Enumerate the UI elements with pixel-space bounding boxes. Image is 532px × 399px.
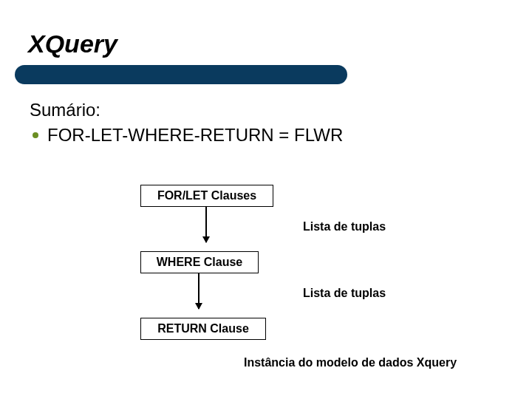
bullet-icon (33, 132, 38, 138)
slide-title: XQuery (28, 30, 117, 58)
bullet-row: FOR-LET-WHERE-RETURN = FLWR (33, 125, 343, 146)
content-block: Sumário: FOR-LET-WHERE-RETURN = FLWR (30, 100, 343, 146)
box-forlet: FOR/LET Clauses (140, 185, 273, 207)
bullet-text: FOR-LET-WHERE-RETURN = FLWR (47, 125, 343, 146)
arrow-down-icon (198, 273, 200, 309)
box-where: WHERE Clause (140, 251, 259, 273)
annotation-tuples-2: Lista de tuplas (303, 287, 386, 300)
annotation-tuples-1: Lista de tuplas (303, 220, 386, 233)
box-return: RETURN Clause (140, 318, 266, 340)
slide-title-area: XQuery (28, 30, 117, 58)
summary-label: Sumário: (30, 100, 343, 120)
annotation-instance: Instância do modelo de dados Xquery (244, 356, 457, 369)
arrow-down-icon (205, 207, 207, 242)
title-underline-bar (15, 65, 347, 84)
